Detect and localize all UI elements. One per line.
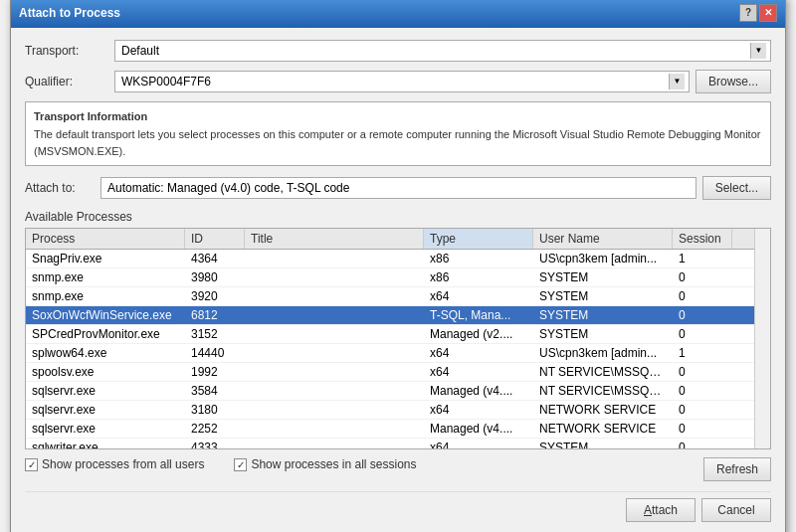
table-row[interactable]: SPCredProvMonitor.exe 3152 Managed (v2..… bbox=[26, 325, 754, 344]
cell-session: 0 bbox=[673, 268, 732, 286]
cell-title bbox=[245, 344, 424, 362]
cell-id: 3980 bbox=[185, 268, 245, 286]
table-body: SnagPriv.exe 4364 x86 US\cpn3kem [admin.… bbox=[26, 250, 754, 448]
cell-username: NT SERVICE\MSSQLS... bbox=[533, 382, 673, 400]
cell-process: snmp.exe bbox=[26, 287, 185, 305]
transport-info-box: Transport Information The default transp… bbox=[25, 101, 771, 167]
transport-control: Default ▼ bbox=[114, 40, 771, 62]
cell-username: NETWORK SERVICE bbox=[533, 420, 673, 438]
cell-type: T-SQL, Mana... bbox=[424, 306, 533, 324]
attach-to-label: Attach to: bbox=[25, 181, 95, 195]
cell-process: sqlservr.exe bbox=[26, 382, 185, 400]
table-row[interactable]: splwow64.exe 14440 x64 US\cpn3kem [admin… bbox=[26, 344, 754, 363]
cell-id: 14440 bbox=[185, 344, 245, 362]
table-row[interactable]: sqlwriter.exe 4333 x64 SYSTEM 0 bbox=[26, 439, 754, 448]
cell-type: x86 bbox=[424, 268, 533, 286]
table-row[interactable]: snmp.exe 3920 x64 SYSTEM 0 bbox=[26, 287, 754, 306]
table-row[interactable]: spoolsv.exe 1992 x64 NT SERVICE\MSSQLS..… bbox=[26, 363, 754, 382]
table-row[interactable]: snmp.exe 3980 x86 SYSTEM 0 bbox=[26, 268, 754, 287]
transport-label: Transport: bbox=[25, 44, 114, 58]
cell-title bbox=[245, 439, 424, 448]
cell-process: sqlwriter.exe bbox=[26, 439, 185, 448]
help-button[interactable]: ? bbox=[739, 4, 757, 22]
transport-row: Transport: Default ▼ bbox=[25, 40, 771, 62]
cell-id: 6812 bbox=[185, 306, 245, 324]
checkboxes-row: ✓ Show processes from all users ✓ Show p… bbox=[25, 457, 416, 471]
cell-id: 3584 bbox=[185, 382, 245, 400]
qualifier-value: WKSP0004F7F6 bbox=[119, 75, 669, 89]
col-session[interactable]: Session bbox=[673, 229, 732, 249]
cell-id: 4333 bbox=[185, 439, 245, 448]
col-type[interactable]: Type bbox=[424, 229, 533, 249]
table-header: Process ID Title Type User Name Session bbox=[26, 229, 754, 250]
cell-title bbox=[245, 306, 424, 324]
attach-button[interactable]: Attach bbox=[626, 498, 696, 522]
cell-title bbox=[245, 325, 424, 343]
table-row[interactable]: SoxOnWcfWinService.exe 6812 T-SQL, Mana.… bbox=[26, 306, 754, 325]
cell-type: x64 bbox=[424, 401, 533, 419]
col-username[interactable]: User Name bbox=[533, 229, 673, 249]
cell-username: SYSTEM bbox=[533, 325, 673, 343]
scrollbar[interactable] bbox=[754, 229, 770, 448]
cell-process: splwow64.exe bbox=[26, 344, 185, 362]
table-row[interactable]: SnagPriv.exe 4364 x86 US\cpn3kem [admin.… bbox=[26, 250, 754, 268]
cell-username: NETWORK SERVICE bbox=[533, 401, 673, 419]
all-sessions-check[interactable]: ✓ Show processes in all sessions bbox=[234, 457, 416, 471]
cancel-button[interactable]: Cancel bbox=[701, 498, 771, 522]
close-button[interactable]: ✕ bbox=[759, 4, 777, 22]
cell-session: 1 bbox=[673, 250, 732, 267]
all-users-check[interactable]: ✓ Show processes from all users bbox=[25, 457, 204, 471]
table-row[interactable]: sqlservr.exe 3584 Managed (v4.... NT SER… bbox=[26, 382, 754, 401]
cell-username: US\cpn3kem [admin... bbox=[533, 250, 673, 267]
cell-type: Managed (v4.... bbox=[424, 382, 533, 400]
cell-session: 0 bbox=[673, 382, 732, 400]
cell-id: 3180 bbox=[185, 401, 245, 419]
cell-title bbox=[245, 420, 424, 438]
cell-type: Managed (v4.... bbox=[424, 420, 533, 438]
col-id[interactable]: ID bbox=[185, 229, 245, 249]
table-wrapper: Process ID Title Type User Name Session … bbox=[26, 229, 770, 448]
refresh-button[interactable]: Refresh bbox=[703, 457, 771, 481]
cell-username: SYSTEM bbox=[533, 287, 673, 305]
attach-label: Attach bbox=[644, 503, 678, 517]
cell-session: 1 bbox=[673, 344, 732, 362]
cell-type: x64 bbox=[424, 287, 533, 305]
attach-to-value: Automatic: Managed (v4.0) code, T-SQL co… bbox=[100, 177, 696, 199]
col-title[interactable]: Title bbox=[245, 229, 424, 249]
browse-button[interactable]: Browse... bbox=[696, 70, 771, 93]
cell-username: NT SERVICE\MSSQLS... bbox=[533, 363, 673, 381]
cell-process: spoolsv.exe bbox=[26, 363, 185, 381]
qualifier-arrow-icon: ▼ bbox=[669, 74, 685, 89]
cell-username: SYSTEM bbox=[533, 439, 673, 448]
table-main: Process ID Title Type User Name Session … bbox=[26, 229, 754, 448]
cell-title bbox=[245, 250, 424, 267]
all-users-checkbox[interactable]: ✓ bbox=[25, 458, 38, 471]
qualifier-combo[interactable]: WKSP0004F7F6 ▼ bbox=[114, 71, 690, 92]
cell-id: 1992 bbox=[185, 363, 245, 381]
title-bar-buttons: ? ✕ bbox=[739, 4, 777, 22]
info-text: The default transport lets you select pr… bbox=[34, 126, 762, 159]
transport-value: Default bbox=[119, 44, 750, 58]
cell-session: 0 bbox=[673, 325, 732, 343]
process-table: Process ID Title Type User Name Session … bbox=[25, 228, 771, 449]
cell-id: 2252 bbox=[185, 420, 245, 438]
cell-type: x86 bbox=[424, 250, 533, 267]
cell-username: SYSTEM bbox=[533, 306, 673, 324]
col-process[interactable]: Process bbox=[26, 229, 185, 249]
qualifier-control: WKSP0004F7F6 ▼ Browse... bbox=[114, 70, 771, 93]
title-bar: Attach to Process ? ✕ bbox=[11, 0, 785, 28]
all-sessions-checkbox[interactable]: ✓ bbox=[234, 458, 247, 471]
cell-username: US\cpn3kem [admin... bbox=[533, 344, 673, 362]
table-row[interactable]: sqlservr.exe 2252 Managed (v4.... NETWOR… bbox=[26, 420, 754, 439]
table-row[interactable]: sqlservr.exe 3180 x64 NETWORK SERVICE 0 bbox=[26, 401, 754, 420]
cell-process: SnagPriv.exe bbox=[26, 250, 185, 267]
select-button[interactable]: Select... bbox=[702, 176, 771, 200]
cell-session: 0 bbox=[673, 401, 732, 419]
action-buttons: Attach Cancel bbox=[626, 498, 771, 522]
transport-combo[interactable]: Default ▼ bbox=[114, 40, 771, 62]
cell-username: SYSTEM bbox=[533, 268, 673, 286]
qualifier-label: Qualifier: bbox=[25, 75, 114, 89]
qualifier-row: Qualifier: WKSP0004F7F6 ▼ Browse... bbox=[25, 70, 771, 93]
transport-arrow-icon: ▼ bbox=[750, 43, 766, 59]
cell-session: 0 bbox=[673, 363, 732, 381]
